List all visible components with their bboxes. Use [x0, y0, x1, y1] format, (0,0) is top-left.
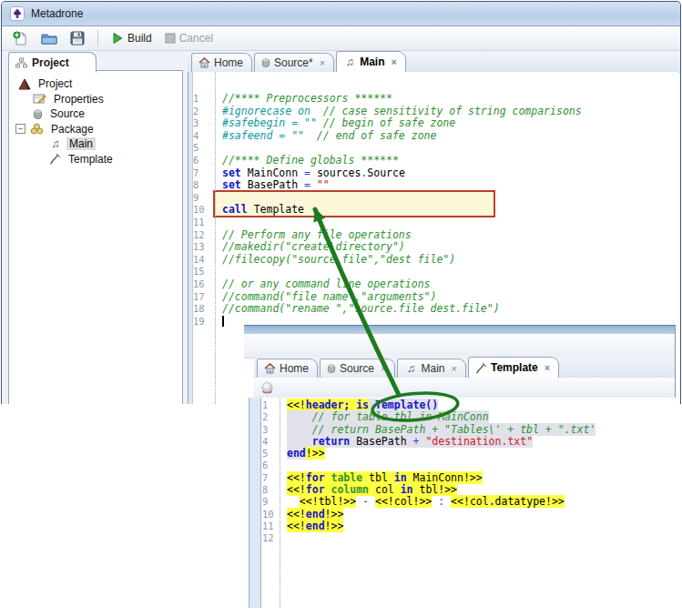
code-token	[310, 178, 317, 191]
close-icon[interactable]: ×	[452, 364, 457, 373]
code-token	[325, 483, 331, 496]
save-button[interactable]	[66, 29, 88, 47]
code-line[interactable]	[222, 217, 679, 229]
template-code-editor[interactable]: 123456789101112 <<!header; is Template()…	[244, 398, 676, 608]
code-token: BasePath	[241, 178, 304, 191]
code-token: Source	[367, 167, 405, 179]
code-line[interactable]: //command("rename ","source.file dest.fi…	[222, 303, 679, 316]
close-icon[interactable]: ×	[320, 58, 325, 67]
code-line[interactable]: // for table tbl in MainConn	[287, 411, 676, 423]
tree-item-main[interactable]: ♫ Main	[9, 136, 182, 152]
code-line[interactable]	[222, 266, 679, 278]
code-token: datatype!>>	[495, 495, 565, 508]
tab-template[interactable]: Template ×	[468, 357, 559, 378]
line-number-gutter: 12345678910111213141516171819	[193, 72, 215, 404]
code-token: <<!col!>>	[375, 495, 432, 508]
code-token: !>>	[325, 520, 344, 532]
code-token: in	[401, 483, 413, 496]
tree-item-template[interactable]: Template	[9, 152, 182, 167]
code-token: // case sensitivity of string comparison…	[310, 105, 582, 117]
code-line[interactable]: //command("file name","arguments")	[222, 291, 679, 304]
build-button[interactable]: Build	[107, 30, 156, 46]
line-number: 2	[262, 411, 279, 423]
code-line[interactable]: <<!for column col in tbl!>>	[287, 484, 676, 496]
collapse-expander-icon[interactable]: −	[15, 124, 25, 134]
code-token: ""	[317, 178, 330, 191]
package-icon	[30, 123, 44, 135]
code-token: // end of safe zone	[317, 129, 437, 142]
sphere-icon[interactable]	[260, 380, 275, 396]
code-line[interactable]: return BasePath + "destination.txt"	[287, 436, 676, 448]
close-icon[interactable]: ×	[392, 57, 397, 66]
tree-item-package[interactable]: − Package	[9, 122, 182, 137]
code-line[interactable]: // return BasePath + "Tables\' + tbl + "…	[287, 424, 676, 436]
code-line[interactable]: //**** Define globals ******	[222, 155, 679, 167]
code-line[interactable]	[287, 532, 676, 544]
line-number: 7	[193, 167, 215, 180]
code-token: //**** Preprocessors ******	[222, 92, 392, 105]
tab-home[interactable]: Home	[257, 358, 318, 378]
close-icon[interactable]: ×	[545, 363, 550, 372]
code-line[interactable]	[222, 142, 679, 155]
line-number: 7	[262, 472, 279, 484]
code-line[interactable]: <<!for table tbl in MainConn!>>	[287, 472, 676, 484]
close-icon[interactable]: ×	[381, 364, 386, 373]
code-line[interactable]: set BasePath = ""	[222, 179, 679, 192]
code-line[interactable]: //makedir("create\directory")	[222, 241, 679, 254]
tree-item-source[interactable]: Source	[9, 106, 182, 122]
open-button[interactable]	[37, 29, 61, 47]
code-area[interactable]: <<!header; is Template() // for table tb…	[280, 398, 676, 608]
code-token: "destination.txt"	[425, 435, 533, 448]
line-number: 1	[193, 93, 215, 106]
code-line[interactable]: <<!end!>>	[287, 509, 676, 520]
code-token: <<!tbl!>>	[300, 495, 356, 508]
tab-source[interactable]: Source* ×	[254, 53, 334, 72]
code-line[interactable]: #ignorecase on // case sensitivity of st…	[222, 106, 679, 118]
code-line[interactable]	[222, 192, 679, 205]
code-token: header; is	[306, 399, 369, 411]
tab-project[interactable]: Project	[8, 52, 97, 73]
code-token	[287, 495, 300, 508]
tree-item-properties[interactable]: Properties	[9, 92, 182, 107]
code-line[interactable]: set MainConn = sources.Source	[222, 167, 679, 180]
line-number: 17	[193, 291, 215, 304]
cancel-button[interactable]: Cancel	[161, 30, 217, 46]
code-line[interactable]: // Perform any file operations	[222, 229, 679, 242]
splitter-strip[interactable]	[249, 398, 261, 608]
tree-item-label: Package	[48, 123, 97, 136]
title-bar[interactable]: Metadrone	[2, 2, 680, 26]
project-tree-panel: Project Properties Source −	[8, 70, 183, 404]
code-token: //**** Define globals ******	[222, 154, 399, 167]
code-line[interactable]: #safeend = "" // end of safe zone	[222, 130, 679, 143]
tab-main[interactable]: ♫ Main ×	[336, 51, 406, 72]
code-token: <<!	[287, 508, 306, 520]
code-line[interactable]: <<!end!>>	[287, 520, 676, 532]
line-number: 13	[193, 241, 215, 254]
code-token: for	[306, 471, 325, 484]
tab-main[interactable]: ♫ Main ×	[397, 358, 465, 378]
line-number: 18	[193, 303, 215, 316]
build-play-icon	[111, 32, 124, 45]
code-line[interactable]: //filecopy("source file","dest file")	[222, 254, 679, 267]
properties-icon	[33, 93, 46, 105]
tree-item-project[interactable]: Project	[9, 76, 182, 92]
line-number: 8	[193, 179, 215, 192]
code-token: Template	[248, 203, 304, 216]
code-token: for	[306, 483, 325, 496]
code-line[interactable]: call Template	[222, 204, 679, 217]
tab-home[interactable]: Home	[191, 53, 252, 72]
code-line[interactable]: end!>>	[287, 448, 676, 459]
code-line[interactable]: //**** Preprocessors ******	[222, 93, 679, 106]
code-line[interactable]: <<!header; is Template()	[287, 399, 676, 411]
code-token: // return BasePath + "Tables\' + tbl + "…	[287, 423, 595, 436]
tab-project-label: Project	[32, 56, 69, 69]
code-line[interactable]: #safebegin = "" // begin of safe zone	[222, 117, 679, 130]
code-token: set	[222, 167, 241, 179]
code-token: column	[331, 483, 370, 496]
tab-source[interactable]: Source ×	[320, 358, 395, 378]
code-token: col	[369, 483, 401, 496]
code-line[interactable]: // or any command line operations	[222, 278, 679, 291]
new-file-button[interactable]	[9, 29, 32, 48]
code-line[interactable]: <<!tbl!>> - <<!col!>> : <<!col.datatype!…	[287, 496, 676, 508]
code-line[interactable]	[287, 459, 676, 471]
